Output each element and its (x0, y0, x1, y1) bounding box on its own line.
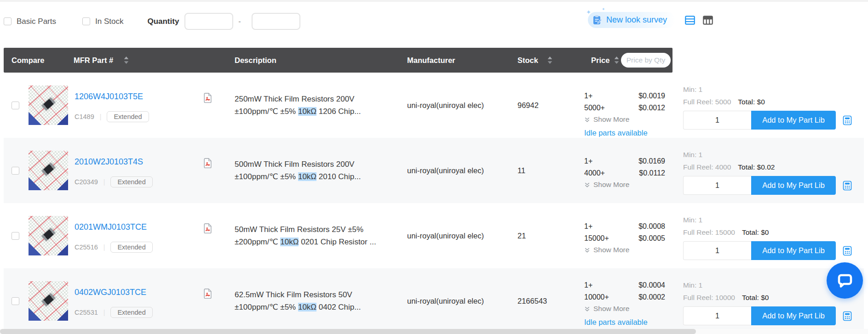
stock-cell: 11 (517, 138, 584, 203)
compare-checkbox[interactable] (11, 102, 19, 109)
tier-qty: 1+ (584, 90, 592, 102)
double-chevron-down-icon (584, 182, 590, 188)
list-view-icon[interactable] (684, 14, 696, 26)
tier-qty: 4000+ (584, 167, 605, 179)
total-price: Total: $0 (742, 228, 769, 237)
table-row: 0201WMJ0103TCE C25516 | Extended 50mW Th… (4, 203, 864, 268)
price-tier: 1+ $0.0019 (584, 90, 665, 102)
total-price: Total: $0.02 (738, 163, 775, 171)
show-more-link[interactable]: Show More (584, 305, 673, 313)
mfr-part-link[interactable]: 2010W2J0103T4S (75, 157, 143, 167)
sort-arrows-icon[interactable] (123, 57, 129, 64)
tier-price: $0.0005 (638, 232, 665, 244)
stock-cell: 21 (517, 203, 584, 268)
sort-arrows-icon[interactable] (614, 57, 620, 64)
full-reel: Full Reel: 5000 (683, 98, 731, 106)
quantity-filter: Quantity - (147, 13, 300, 30)
add-to-part-lib-button[interactable]: Add to My Part Lib (751, 176, 836, 195)
part-description: 62.5mW Thick Film Resistors 50V ±100ppm/… (235, 289, 383, 313)
search-term-highlight: 10kΩ (298, 107, 316, 116)
mfr-part-link[interactable]: 0402WGJ0103TCE (75, 288, 146, 297)
manufacturer-cell: uni-royal(uniroyal elec) (407, 138, 517, 203)
column-manufacturer: Manufacturer (407, 56, 455, 65)
add-to-part-lib-button[interactable]: Add to My Part Lib (751, 306, 836, 325)
min-qty: Min: 1 (683, 149, 864, 160)
grid-view-icon[interactable] (702, 14, 714, 26)
tier-price: $0.0019 (638, 90, 665, 102)
pdf-datasheet-icon[interactable] (203, 158, 212, 168)
price-tier: 5000+ $0.0012 (584, 102, 665, 114)
meta-divider: | (100, 113, 102, 120)
in-stock-checkbox[interactable] (82, 17, 90, 25)
mfr-part-link[interactable]: 1206W4J0103T5E (75, 92, 143, 102)
sparkle-icon: ✦ (602, 7, 605, 11)
part-code: C1489 (75, 113, 94, 120)
part-photo[interactable] (29, 216, 68, 255)
full-reel: Full Reel: 4000 (683, 163, 731, 171)
full-reel: Full Reel: 10000 (683, 294, 735, 302)
quantity-min-input[interactable] (184, 13, 233, 30)
quantity-input[interactable] (683, 176, 751, 195)
show-more-label: Show More (593, 246, 629, 254)
tier-price: $0.0112 (639, 167, 665, 179)
column-price: Price (591, 56, 609, 65)
table-row: 0402WGJ0103TCE C25531 | Extended 62.5mW … (4, 268, 864, 334)
show-more-link[interactable]: Show More (584, 181, 673, 189)
tier-qty: 5000+ (584, 102, 605, 114)
basic-parts-checkbox[interactable] (4, 17, 11, 25)
idle-parts-link[interactable]: Idle parts available (584, 129, 648, 137)
tier-qty: 1+ (584, 221, 592, 232)
idle-parts-link[interactable]: Idle parts available (584, 318, 648, 327)
compare-checkbox[interactable] (11, 167, 19, 175)
tier-price: $0.0004 (638, 279, 665, 291)
compare-checkbox[interactable] (11, 232, 19, 240)
sort-arrows-icon[interactable] (547, 57, 553, 64)
quantity-input[interactable] (683, 241, 751, 260)
show-more-label: Show More (593, 115, 629, 124)
pdf-datasheet-icon[interactable] (203, 93, 212, 103)
total-price: Total: $0 (738, 98, 765, 106)
part-photo[interactable] (29, 85, 68, 125)
show-more-link[interactable]: Show More (584, 115, 673, 124)
price-tier: 1+ $0.0004 (584, 279, 665, 291)
new-look-survey-link[interactable]: ✦ ✦ New look survey (588, 12, 675, 28)
in-stock-label: In Stock (95, 17, 123, 26)
calculator-icon[interactable] (842, 180, 853, 191)
min-qty: Min: 1 (683, 215, 864, 226)
tier-price: $0.0012 (638, 102, 665, 114)
compare-checkbox[interactable] (11, 297, 19, 305)
scrollbar-thumb[interactable] (0, 329, 696, 334)
meta-divider: | (103, 243, 105, 251)
range-separator: - (238, 17, 241, 26)
part-code: C25531 (75, 309, 98, 316)
calculator-icon[interactable] (842, 311, 853, 322)
manufacturer-cell: uni-royal(uniroyal elec) (407, 203, 517, 268)
tier-qty: 1+ (584, 155, 592, 167)
add-to-part-lib-button[interactable]: Add to My Part Lib (751, 111, 836, 130)
mfr-part-link[interactable]: 0201WMJ0103TCE (75, 222, 147, 232)
add-to-part-lib-button[interactable]: Add to My Part Lib (751, 241, 836, 260)
part-photo[interactable] (29, 281, 68, 321)
tier-qty: 15000+ (584, 232, 609, 244)
pdf-datasheet-icon[interactable] (203, 223, 212, 233)
price-tier: 1+ $0.0008 (584, 221, 665, 232)
calculator-icon[interactable] (842, 245, 853, 256)
table-header: Compare MFR Part # Description Manufactu… (4, 48, 673, 73)
pdf-datasheet-icon[interactable] (203, 289, 212, 299)
price-tier: 1+ $0.0169 (584, 155, 665, 167)
price-tier: 15000+ $0.0005 (584, 232, 665, 244)
stock-cell: 2166543 (517, 268, 584, 334)
quantity-input[interactable] (683, 306, 751, 325)
basic-parts-label: Basic Parts (17, 17, 56, 26)
show-more-link[interactable]: Show More (584, 246, 673, 254)
clipboard-pencil-icon (592, 15, 602, 25)
quantity-input[interactable] (683, 111, 751, 130)
calculator-icon[interactable] (842, 115, 853, 126)
extended-badge: Extended (110, 307, 152, 318)
price-by-qty-button[interactable]: Price by Qty (621, 53, 671, 68)
survey-label: New look survey (606, 15, 667, 25)
results-table-body: 1206W4J0103T5E C1489 | Extended 250mW Th… (4, 73, 864, 334)
chat-bubble-icon[interactable] (827, 262, 863, 299)
quantity-max-input[interactable] (252, 13, 300, 30)
part-photo[interactable] (29, 151, 68, 190)
